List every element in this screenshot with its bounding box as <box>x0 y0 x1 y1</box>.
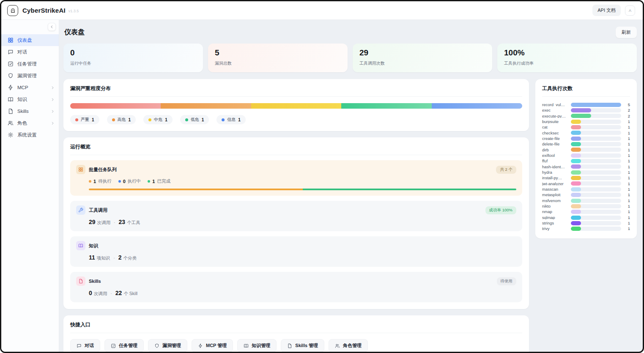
brand-name: CyberStrikeAI <box>22 7 66 14</box>
batch-status-row: 1待执行0执行中1已完成 <box>89 178 516 184</box>
sidebar-item-vulns[interactable]: 漏洞管理 <box>1 70 59 82</box>
quick-link-chat[interactable]: 对话 <box>70 339 100 352</box>
file-icon <box>287 343 292 348</box>
tool-bar <box>571 176 581 180</box>
tool-bar <box>571 142 581 146</box>
tool-bar-track <box>571 142 621 146</box>
quick-link-book[interactable]: 知识管理 <box>237 339 277 352</box>
tool-bar <box>571 204 581 208</box>
tool-exec-row: dirb1 <box>542 147 630 153</box>
grid-icon <box>8 37 14 43</box>
status-count: 1 <box>93 179 96 184</box>
sidebar-nav: 仪表盘对话任务管理漏洞管理MCP知识Skills角色系统设置 <box>1 20 59 352</box>
sidebar-item-label: 任务管理 <box>17 61 37 67</box>
divider <box>70 333 522 333</box>
tool-name: nikto <box>542 204 569 208</box>
sidebar-collapse-button[interactable] <box>48 23 56 31</box>
tool-bar <box>571 227 581 231</box>
sidebar-item-settings[interactable]: 系统设置 <box>1 129 59 141</box>
legend-label: 低危 <box>191 117 199 123</box>
tool-name: install-py… <box>542 176 569 180</box>
tool-count: 1 <box>625 131 630 135</box>
tool-count: 5 <box>625 103 630 107</box>
tool-name: trivy <box>542 227 569 231</box>
legend-label: 严重 <box>81 117 89 123</box>
tool-count: 1 <box>625 199 630 203</box>
sidebar-item-mcp[interactable]: MCP <box>1 82 59 93</box>
sidebar-item-chat[interactable]: 对话 <box>1 46 59 58</box>
tool-name: exec <box>542 108 569 112</box>
stat-label: 漏洞总数 <box>215 60 341 66</box>
quick-link-users[interactable]: 角色管理 <box>329 339 368 352</box>
severity-legend-pill: 中危1 <box>143 115 173 124</box>
sidebar-item-skills[interactable]: Skills <box>1 105 59 117</box>
file-icon <box>78 279 83 284</box>
refresh-button[interactable]: 刷新 <box>616 27 637 38</box>
quick-link-task[interactable]: 任务管理 <box>104 339 144 352</box>
quick-entry-card: 快捷入口 对话任务管理漏洞管理MCP 管理知识管理Skills 管理角色管理 <box>63 315 529 352</box>
tool-bar-track <box>571 221 621 225</box>
severity-segment <box>341 103 432 109</box>
tool-name: burpsuite <box>542 120 569 124</box>
divider <box>542 96 630 97</box>
quick-link-bolt[interactable]: MCP 管理 <box>192 339 233 352</box>
tool-bar-track <box>571 137 621 141</box>
tool-name: hydra <box>542 170 569 175</box>
tool-name: cat <box>542 125 569 129</box>
stat-value: 29 <box>89 219 96 225</box>
tool-exec-row: exec2 <box>542 107 630 113</box>
skills-icon-box <box>76 276 85 286</box>
tool-exec-row: hydra1 <box>542 170 630 175</box>
chevron-right-icon <box>51 86 55 90</box>
tool-exec-row: checksec1 <box>542 130 630 136</box>
tool-bar-track <box>571 125 621 129</box>
legend-count: 1 <box>129 118 131 122</box>
tool-count: 1 <box>625 210 630 214</box>
batch-queue-title: 批量任务队列 <box>89 167 117 173</box>
avatar-button[interactable]: A <box>625 5 635 16</box>
tool-exec-row: trivy1 <box>542 226 630 232</box>
knowledge-icon-box <box>76 241 85 250</box>
api-docs-button[interactable]: API 文档 <box>592 5 621 16</box>
batch-count-badge: 共 2 个 <box>496 166 516 174</box>
sidebar-item-tasks[interactable]: 任务管理 <box>1 58 59 70</box>
chevron-right-icon <box>51 98 55 101</box>
quick-link-shield[interactable]: 漏洞管理 <box>148 339 187 352</box>
header-actions: API 文档 A <box>592 5 635 16</box>
legend-label: 信息 <box>227 117 236 123</box>
tool-count: 1 <box>625 159 630 163</box>
tool-bar-track <box>571 199 621 203</box>
batch-progress-bar <box>89 189 516 190</box>
legend-label: 中危 <box>154 117 162 123</box>
tool-count: 1 <box>625 221 630 225</box>
tool-name: jwt-analyzer <box>542 182 569 186</box>
chevron-right-icon <box>51 121 55 125</box>
tool-bar-track <box>571 159 621 163</box>
tool-name: msfvenom <box>542 199 569 203</box>
quick-links-row: 对话任务管理漏洞管理MCP 管理知识管理Skills 管理角色管理 <box>70 339 522 352</box>
quick-entry-title: 快捷入口 <box>70 321 522 328</box>
severity-segment <box>432 103 522 109</box>
sidebar-item-dashboard[interactable]: 仪表盘 <box>1 34 59 46</box>
tool-call-stats: 29次调用·23个工具 <box>89 219 516 226</box>
bolt-icon <box>198 343 203 348</box>
overview-card-title: 运行概览 <box>70 143 522 151</box>
legend-dot-icon <box>222 118 225 121</box>
stat-unit: 次调用 <box>97 220 111 226</box>
stat-card-1: 5漏洞总数 <box>208 44 348 72</box>
tool-bar <box>571 199 581 203</box>
tool-name: nmap <box>542 210 569 214</box>
tool-bar-track <box>571 227 621 231</box>
quick-link-file[interactable]: Skills 管理 <box>281 339 324 352</box>
quick-link-label: MCP 管理 <box>206 342 227 349</box>
sidebar-item-roles[interactable]: 角色 <box>1 117 59 129</box>
sidebar-item-label: Skills <box>17 109 29 114</box>
status-count: 1 <box>152 179 155 184</box>
sidebar-item-knowledge[interactable]: 知识 <box>1 93 59 105</box>
skills-title: Skills <box>89 279 101 284</box>
tool-name: hash-ident… <box>542 165 569 169</box>
users-icon <box>8 120 14 126</box>
chevron-left-icon <box>50 25 54 29</box>
stat-unit: 个分类 <box>123 255 137 261</box>
tool-count: 1 <box>625 216 630 220</box>
